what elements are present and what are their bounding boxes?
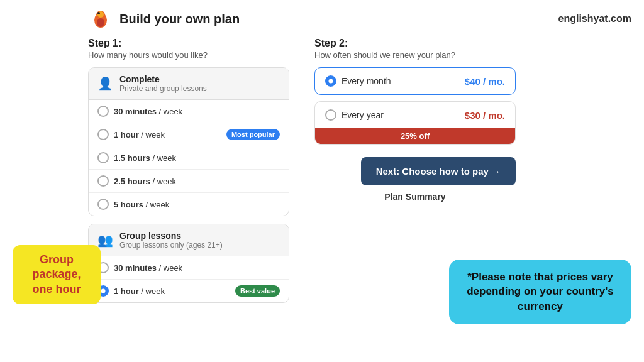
group-package-icon: 👥: [97, 233, 113, 248]
left-column: Step 1: How many hours would you like? 👤…: [88, 38, 289, 310]
radio-2-5hours[interactable]: [97, 175, 109, 187]
option-2-5hours[interactable]: 2.5 hours / week: [89, 170, 289, 193]
step2-desc: How often should we renew your plan?: [314, 50, 516, 60]
yellow-group-badge: Group package, one hour: [13, 245, 101, 304]
group-package-card: 👥 Group lessons Group lessons only (ages…: [88, 224, 289, 303]
yearly-renewal-option[interactable]: Every year $30 / mo.: [315, 102, 515, 128]
option-5hours-text: 5 hours / week: [114, 200, 169, 209]
option-30min-text: 30 minutes / week: [114, 107, 182, 116]
group-package-subtitle: Group lessons only (ages 21+): [119, 241, 223, 250]
svg-point-4: [99, 13, 99, 13]
radio-5hours[interactable]: [97, 199, 109, 210]
site-name: englishyat.com: [558, 13, 631, 25]
complete-package-header: 👤 Complete Private and group lessons: [89, 68, 289, 100]
group-option-1hour[interactable]: 1 hour / week Best value: [89, 280, 289, 302]
monthly-radio[interactable]: [325, 75, 336, 87]
yearly-label: Every year: [341, 110, 384, 120]
group-package-title: Group lessons: [119, 231, 223, 241]
complete-package-subtitle: Private and group lessons: [119, 84, 207, 93]
radio-30min[interactable]: [97, 106, 109, 117]
monthly-renewal-option[interactable]: Every month $40 / mo.: [314, 67, 516, 95]
complete-package-icon: 👤: [97, 76, 113, 91]
option-5hours[interactable]: 5 hours / week: [89, 193, 289, 216]
option-1hour[interactable]: 1 hour / week Most popular: [89, 123, 289, 146]
radio-1-5hours[interactable]: [97, 152, 109, 163]
blue-currency-note: *Please note that prices vary depending …: [449, 260, 631, 324]
svg-point-3: [97, 12, 100, 14]
complete-package-card: 👤 Complete Private and group lessons 30 …: [88, 67, 289, 216]
step1-label: Step 1:: [88, 38, 289, 49]
option-30min[interactable]: 30 minutes / week: [89, 100, 289, 123]
group-package-info: Group lessons Group lessons only (ages 2…: [119, 231, 223, 250]
option-2-5hours-text: 2.5 hours / week: [114, 177, 176, 186]
group-option-1hour-text: 1 hour / week: [114, 287, 165, 296]
radio-1hour[interactable]: [97, 129, 109, 140]
monthly-price: $40 / mo.: [465, 76, 505, 87]
step2-label: Step 2:: [314, 38, 516, 49]
bird-icon: [88, 6, 113, 31]
complete-package-title: Complete: [119, 74, 207, 84]
yearly-radio[interactable]: [325, 109, 336, 121]
group-option-30min-text: 30 minutes / week: [114, 263, 182, 273]
most-popular-badge: Most popular: [226, 129, 280, 140]
option-1hour-text: 1 hour / week: [114, 130, 165, 140]
discount-bar: 25% off: [315, 128, 515, 144]
svg-point-6: [97, 18, 104, 27]
group-package-header: 👥 Group lessons Group lessons only (ages…: [89, 224, 289, 256]
header-title: Build your own plan: [119, 12, 240, 26]
header-left: Build your own plan: [88, 6, 240, 31]
option-1-5hours[interactable]: 1.5 hours / week: [89, 146, 289, 170]
group-option-30min[interactable]: 30 minutes / week: [89, 256, 289, 280]
yearly-renewal-block: Every year $30 / mo. 25% off: [314, 101, 516, 145]
best-value-badge: Best value: [235, 285, 280, 297]
option-1-5hours-text: 1.5 hours / week: [114, 153, 176, 163]
plan-summary: Plan Summary: [314, 192, 516, 202]
next-button[interactable]: Next: Choose how to pay →: [361, 157, 516, 185]
monthly-label: Every month: [341, 76, 391, 86]
complete-package-info: Complete Private and group lessons: [119, 74, 207, 93]
header: Build your own plan englishyat.com: [0, 0, 644, 38]
step1-desc: How many hours would you like?: [88, 50, 289, 60]
yearly-price: $30 / mo.: [465, 110, 505, 121]
